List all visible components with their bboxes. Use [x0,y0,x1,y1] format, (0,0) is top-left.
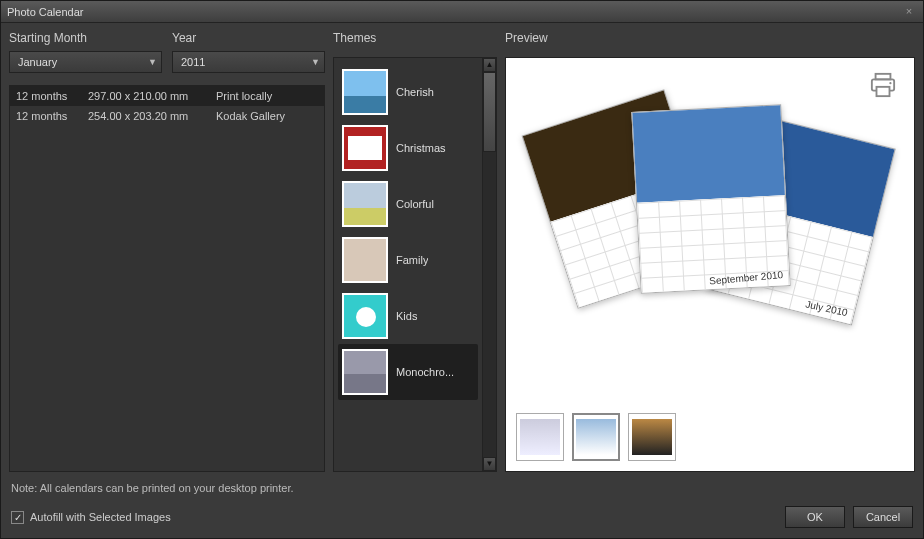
checkbox-icon: ✓ [11,511,24,524]
print-option-row[interactable]: 12 months 297.00 x 210.00 mm Print local… [10,86,324,106]
autofill-label: Autofill with Selected Images [30,511,171,523]
ok-button[interactable]: OK [785,506,845,528]
preview-thumb-strip [516,405,904,461]
scroll-thumb[interactable] [483,72,496,152]
chevron-down-icon: ▼ [148,57,157,67]
themes-label: Themes [333,31,497,45]
theme-name: Colorful [396,198,434,210]
theme-name: Monochro... [396,366,454,378]
calendar-card: September 2010 [631,104,790,294]
calendar-month-label: July 2010 [805,299,849,319]
print-option-dimensions: 254.00 x 203.20 mm [88,110,208,122]
theme-item-christmas[interactable]: Christmas [338,120,478,176]
autofill-checkbox[interactable]: ✓ Autofill with Selected Images [11,511,171,524]
year-value: 2011 [181,56,311,68]
preview-thumb[interactable] [572,413,620,461]
dialog-title: Photo Calendar [7,6,83,18]
theme-thumb [342,349,388,395]
close-icon[interactable]: × [901,4,917,20]
preview-area: July 2010 September 2010 [505,57,915,472]
scroll-down-icon[interactable]: ▼ [483,457,496,471]
photo-calendar-dialog: Photo Calendar × Starting Month January … [0,0,924,539]
print-option-duration: 12 months [16,90,80,102]
theme-item-monochrome[interactable]: Monochro... [338,344,478,400]
year-label: Year [172,31,325,45]
starting-month-dropdown[interactable]: January ▼ [9,51,162,73]
chevron-down-icon: ▼ [311,57,320,67]
starting-month-value: January [18,56,148,68]
theme-name: Kids [396,310,417,322]
theme-item-cherish[interactable]: Cherish [338,64,478,120]
theme-thumb [342,181,388,227]
themes-list: Cherish Christmas Colorful Family [334,58,482,471]
preview-thumb[interactable] [628,413,676,461]
print-option-dimensions: 297.00 x 210.00 mm [88,90,208,102]
theme-item-kids[interactable]: Kids [338,288,478,344]
print-option-row[interactable]: 12 months 254.00 x 203.20 mm Kodak Galle… [10,106,324,126]
titlebar: Photo Calendar × [1,1,923,23]
theme-thumb [342,125,388,171]
theme-thumb [342,293,388,339]
starting-month-label: Starting Month [9,31,162,45]
theme-item-colorful[interactable]: Colorful [338,176,478,232]
scroll-up-icon[interactable]: ▲ [483,58,496,72]
print-option-target: Kodak Gallery [216,110,318,122]
footer-note: Note: All calendars can be printed on yo… [1,476,923,500]
calendar-month-label: September 2010 [709,269,784,286]
print-option-target: Print locally [216,90,318,102]
theme-name: Cherish [396,86,434,98]
theme-name: Family [396,254,428,266]
print-options-list: 12 months 297.00 x 210.00 mm Print local… [9,85,325,472]
theme-item-family[interactable]: Family [338,232,478,288]
cancel-button[interactable]: Cancel [853,506,913,528]
preview-label: Preview [505,31,915,45]
print-option-duration: 12 months [16,110,80,122]
themes-scrollbar[interactable]: ▲ ▼ [482,58,496,471]
year-dropdown[interactable]: 2011 ▼ [172,51,325,73]
theme-thumb [342,237,388,283]
theme-thumb [342,69,388,115]
theme-name: Christmas [396,142,446,154]
preview-thumb[interactable] [516,413,564,461]
